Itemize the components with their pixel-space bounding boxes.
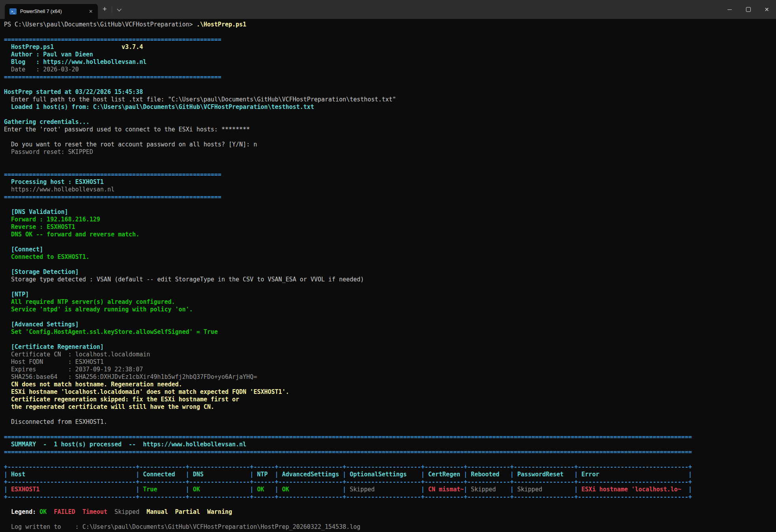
password-prompt: Enter the 'root' password used to connec… [4,126,776,133]
cert-warning: CN does not match hostname. Regeneration… [4,381,776,388]
run-start-line: HostPrep started at 03/22/2026 15:45:38 [4,88,776,96]
tab-title: PowerShell 7 (x64) [20,9,87,14]
section-connect: [Connect] [4,246,776,253]
terminal-line [4,501,776,508]
terminal-line [4,313,776,321]
section-certificate: [Certificate Regeneration] [4,343,776,351]
terminal-line: Loaded 1 host(s) from: C:\Users\paul\Doc… [4,103,776,111]
terminal-line [4,111,776,118]
terminal-line: Forward : 192.168.216.129 [4,216,776,223]
minimize-button[interactable] [720,0,739,19]
script-title: HostPrep.ps1 v3.7.4 [4,43,776,51]
tab-actions: + [98,0,126,19]
tab-close-icon[interactable]: ✕ [87,8,95,15]
disconnected-line: Disconnected from ESXHOST1. [4,418,776,426]
window-controls: ✕ [720,0,776,19]
terminal-line: SHA256:base64 : SHA256:DXHJDvEz1cbXir49h… [4,373,776,381]
section-storage: [Storage Detection] [4,268,776,276]
script-blog: Blog : https://www.hollebollevsan.nl [4,58,776,66]
new-tab-button[interactable]: + [98,5,111,14]
terminal-line [4,426,776,433]
terminal-line [4,516,776,523]
terminal-line [4,283,776,291]
maximize-button[interactable] [739,0,757,19]
cert-warning: Certificate regeneration skipped: fix th… [4,396,776,403]
cert-warning: the regenerated certificate will still h… [4,403,776,411]
terminal-line: Service 'ntpd' is already running with p… [4,306,776,313]
summary-banner: ========================================… [4,433,776,441]
terminal-line [4,261,776,268]
log-path-line: Log written to : C:\Users\paul\Documents… [4,523,776,531]
tab-divider [112,6,112,13]
reset-result: Password reset: SKIPPED [4,148,776,156]
terminal-line [4,201,776,208]
divider-banner: ========================================… [4,193,776,201]
close-icon: ✕ [765,6,769,13]
host-url: https://www.hollebollevsan.nl [4,186,776,193]
reset-question: Do you want to reset the root account pa… [4,141,776,148]
terminal-line [4,133,776,141]
terminal-line: All required NTP server(s) already confi… [4,298,776,306]
gathering-credentials: Gathering credentials... [4,118,776,126]
terminal-line: DNS OK -- forward and reverse match. [4,231,776,238]
terminal-line: Certificate CN : localhost.localdomain [4,351,776,358]
terminal-line [4,456,776,463]
terminal-window: >_ PowerShell 7 (x64) ✕ + ✕ PS C:\Users\… [0,0,776,532]
terminal-line [4,163,776,171]
chevron-down-icon[interactable] [117,7,121,11]
terminal-output[interactable]: PS C:\Users\paul\Documents\GitHub\VCFHos… [0,19,776,531]
table-border: +------------------------------------+--… [4,463,776,471]
divider-banner: ========================================… [4,171,776,178]
tab-powershell[interactable]: >_ PowerShell 7 (x64) ✕ [5,4,98,19]
legend-line: Legend: OK FAILED Timeout Skipped Manual… [4,508,776,516]
cert-warning: ESXi hostname 'localhost.localdomain' do… [4,388,776,396]
script-author: Author : Paul van Dieen [4,51,776,58]
terminal-line [4,411,776,418]
terminal-line [4,81,776,88]
terminal-line [4,156,776,163]
terminal-line: Enter full path to the host list .txt fi… [4,96,776,103]
maximize-icon [746,7,751,12]
powershell-icon: >_ [9,8,17,15]
terminal-line: Reverse : ESXHOST1 [4,223,776,231]
section-advanced: [Advanced Settings] [4,321,776,328]
table-border: +------------------------------------+--… [4,478,776,486]
terminal-line [4,238,776,246]
terminal-line [4,336,776,343]
summary-banner: ========================================… [4,448,776,456]
terminal-line: Storage type detected : VSAN (default --… [4,276,776,283]
table-row: | ESXHOST1 | True | OK | OK | OK | Skipp… [4,486,776,493]
titlebar[interactable]: >_ PowerShell 7 (x64) ✕ + ✕ [0,0,776,19]
terminal-line: Expires : 2037-09-19 22:38:07 [4,366,776,373]
summary-line: SUMMARY - 1 host(s) processed -- https:/… [4,441,776,448]
terminal-line: Set 'Config.HostAgent.ssl.keyStore.allow… [4,328,776,336]
script-date: Date : 2026-03-20 [4,66,776,73]
prompt-line: PS C:\Users\paul\Documents\GitHub\VCFHos… [4,21,776,28]
terminal-line: Connected to ESXHOST1. [4,253,776,261]
section-dns: [DNS Validation] [4,208,776,216]
table-header: | Host | Connected | DNS | NTP | Advance… [4,471,776,478]
terminal-line [4,28,776,36]
processing-host: Processing host : ESXHOST1 [4,178,776,186]
table-border: +------------------------------------+--… [4,493,776,501]
terminal-line: Host FQDN : ESXHOST1 [4,358,776,366]
section-ntp: [NTP] [4,291,776,298]
divider-banner: ========================================… [4,73,776,81]
minimize-icon [727,9,732,10]
close-button[interactable]: ✕ [757,0,776,19]
divider-banner: ========================================… [4,36,776,43]
